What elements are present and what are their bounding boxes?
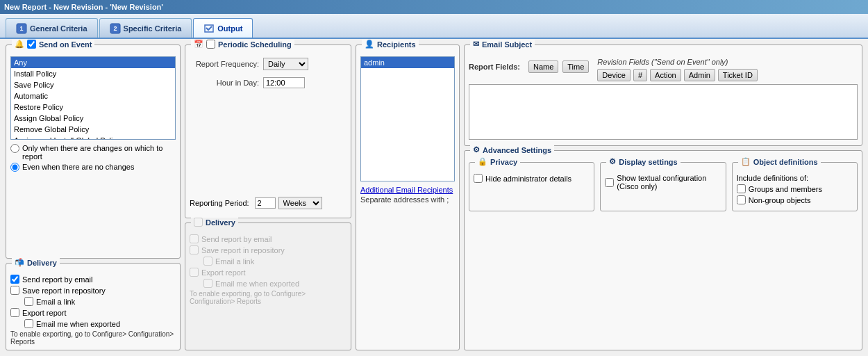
object-definitions-box: 📋 Object definitions Include definitions… — [732, 162, 858, 211]
send-on-event-checkbox[interactable] — [27, 40, 36, 49]
delivery2-send-email-check[interactable] — [190, 234, 199, 243]
show-textual-config-check[interactable] — [605, 178, 614, 187]
report-fields-label: Report Fields: — [469, 63, 520, 71]
email-icon: ✉ — [473, 40, 479, 49]
report-fields-row: Report Fields: Name Time — [469, 60, 589, 73]
object-def-icon: 📋 — [741, 157, 751, 166]
delivery1-email-exported: Email me when exported — [24, 319, 176, 328]
right-column: ✉ Email Subject Report Fields: Name Time… — [464, 44, 862, 350]
advanced-inner: 🔒 Privacy Hide administrator details ⚙ — [469, 162, 858, 211]
delivery2-save-repo-check[interactable] — [190, 245, 199, 254]
left-column: 🔔 Send on Event Any Install Policy Save … — [6, 44, 181, 350]
recipient-admin[interactable]: admin — [361, 57, 454, 68]
delivery-1-icon: 📬 — [15, 258, 24, 267]
delivery2-save-repo: Save report in repository — [190, 245, 347, 254]
event-list[interactable]: Any Install Policy Save Policy Automatic… — [10, 56, 176, 140]
reporting-period-number[interactable] — [255, 197, 276, 209]
event-install-policy[interactable]: Install Policy — [11, 68, 175, 79]
report-frequency-row: Report Frequency: Daily Weekly Monthly — [190, 58, 347, 70]
delivery-panel-2: Delivery Send report by email Save repor… — [185, 222, 351, 350]
delivery-2-title: Delivery — [191, 218, 238, 227]
tab-output-icon — [203, 23, 215, 34]
event-restore-policy[interactable]: Restore Policy — [11, 102, 175, 113]
tab-specific-label: Specific Criteria — [124, 24, 182, 33]
recipients-column: 👤 Recipients admin Additional Email Reci… — [356, 44, 460, 350]
title-text: New Report - New Revision - 'New Revisio… — [4, 3, 163, 11]
hour-in-day-label: Hour in Day: — [190, 79, 259, 87]
advanced-settings-panel: ⚙ Advanced Settings 🔒 Privacy Hide admin… — [464, 150, 862, 350]
tab-general[interactable]: 1 General Criteria — [6, 18, 98, 38]
hide-admin-details-check[interactable] — [474, 174, 483, 183]
tab-output[interactable]: Output — [193, 18, 253, 38]
email-subject-title: ✉ Email Subject — [470, 40, 535, 49]
field-btn-ticket-id[interactable]: Ticket ID — [718, 69, 758, 81]
bell-icon: 🔔 — [15, 40, 24, 49]
tab-general-label: General Criteria — [30, 24, 87, 33]
title-bar: New Report - New Revision - 'New Revisio… — [0, 0, 868, 14]
radio-only-changes-input[interactable] — [10, 144, 19, 153]
event-assign-global[interactable]: Assign Global Policy — [11, 113, 175, 124]
hour-in-day-row: Hour in Day: — [190, 77, 347, 88]
delivery1-export-check[interactable] — [10, 308, 19, 317]
revision-fields-label: Revision Fields ("Send on Event" only) — [597, 58, 728, 66]
include-definitions-label: Include definitions of: — [737, 174, 853, 182]
object-def-title: 📋 Object definitions — [738, 157, 821, 166]
advanced-settings-title: ⚙ Advanced Settings — [470, 145, 554, 154]
field-btn-action[interactable]: Action — [650, 69, 681, 81]
delivery1-export: Export report — [10, 308, 176, 317]
field-btn-admin[interactable]: Admin — [684, 69, 715, 81]
event-assign-install-global[interactable]: Assign and Install Global Policy — [11, 135, 175, 140]
delivery2-footer: To enable exporting, go to Configure> Co… — [190, 290, 347, 305]
delivery2-email-exported-check[interactable] — [203, 279, 212, 288]
delivery1-send-email-check[interactable] — [10, 275, 19, 284]
radio-no-changes: Even when there are no changes — [10, 163, 176, 172]
svg-text:2: 2 — [113, 25, 117, 32]
groups-members-check[interactable] — [737, 184, 746, 193]
report-frequency-select[interactable]: Daily Weekly Monthly — [263, 58, 308, 70]
delivery2-main-checkbox[interactable] — [194, 218, 203, 227]
non-group-objects-check[interactable] — [737, 195, 746, 204]
radio-group: Only when there are changes on which to … — [10, 144, 176, 172]
event-save-policy[interactable]: Save Policy — [11, 79, 175, 90]
periodic-panel: 📅 Periodic Scheduling Report Frequency: … — [185, 44, 351, 218]
delivery1-email-exported-check[interactable] — [24, 319, 33, 328]
delivery2-email-link: Email a link — [203, 257, 347, 266]
periodic-title: 📅 Periodic Scheduling — [191, 40, 294, 49]
reporting-period-row: Reporting Period: Days Weeks Months — [190, 197, 347, 209]
field-btn-hash[interactable]: # — [633, 69, 647, 81]
field-btn-device[interactable]: Device — [597, 69, 631, 81]
delivery2-export: Export report — [190, 268, 347, 277]
field-btn-name[interactable]: Name — [528, 60, 558, 73]
main-content: 🔔 Send on Event Any Install Policy Save … — [0, 39, 868, 356]
hour-in-day-input[interactable] — [263, 77, 305, 88]
event-remove-global[interactable]: Remove Global Policy — [11, 124, 175, 135]
delivery2-send-email: Send report by email — [190, 234, 347, 243]
tab-specific[interactable]: 2 Specific Criteria — [99, 18, 192, 38]
delivery2-export-check[interactable] — [190, 268, 199, 277]
tab-output-label: Output — [217, 24, 242, 33]
event-any[interactable]: Any — [11, 57, 175, 68]
recipients-icon: 👤 — [365, 40, 374, 49]
report-frequency-label: Report Frequency: — [190, 60, 259, 68]
delivery-1-title: 📬 Delivery — [12, 258, 60, 267]
reporting-period-unit[interactable]: Days Weeks Months — [278, 197, 322, 209]
radio-no-changes-input[interactable] — [10, 163, 19, 172]
delivery1-save-repo-check[interactable] — [10, 286, 19, 295]
send-on-event-title: 🔔 Send on Event — [12, 40, 94, 49]
add-email-link[interactable]: Additional Email Recipients — [360, 186, 453, 194]
svg-text:1: 1 — [19, 25, 23, 32]
recipients-title: 👤 Recipients — [362, 40, 419, 49]
periodic-checkbox[interactable] — [206, 40, 215, 49]
non-group-objects: Non-group objects — [737, 195, 853, 204]
recipients-list[interactable]: admin — [360, 56, 455, 181]
event-automatic[interactable]: Automatic — [11, 90, 175, 102]
delivery2-email-link-check[interactable] — [203, 257, 212, 266]
radio-only-changes: Only when there are changes on which to … — [10, 144, 176, 161]
separate-label: Separate addresses with ; — [360, 195, 455, 204]
show-textual-config: Show textual configuration (Cisco only) — [605, 174, 721, 191]
delivery-panel-1: 📬 Delivery Send report by email Save rep… — [6, 263, 181, 350]
delivery1-email-link-check[interactable] — [24, 297, 33, 306]
field-btn-time[interactable]: Time — [562, 60, 589, 73]
privacy-icon: 🔒 — [478, 157, 487, 166]
email-subject-textarea[interactable] — [469, 84, 858, 140]
